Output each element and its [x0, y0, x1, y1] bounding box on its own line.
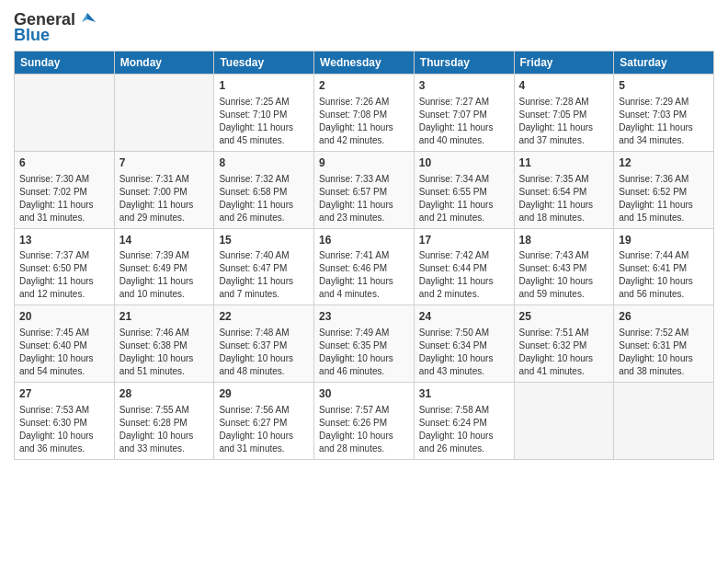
day-number: 16 [319, 233, 409, 248]
day-info: Sunrise: 7:46 AM Sunset: 6:38 PM Dayligh… [119, 327, 210, 378]
day-info: Sunrise: 7:52 AM Sunset: 6:31 PM Dayligh… [619, 327, 709, 378]
day-number: 20 [19, 309, 109, 325]
day-info: Sunrise: 7:26 AM Sunset: 7:08 PM Dayligh… [319, 96, 409, 147]
day-number: 4 [519, 78, 609, 94]
calendar-cell: 30Sunrise: 7:57 AM Sunset: 6:26 PM Dayli… [314, 383, 415, 460]
day-info: Sunrise: 7:39 AM Sunset: 6:49 PM Dayligh… [119, 249, 210, 301]
main-container: General Blue SundayMondayTuesdayWednesda… [0, 0, 728, 469]
calendar-cell: 11Sunrise: 7:35 AM Sunset: 6:54 PM Dayli… [514, 151, 614, 228]
calendar-cell: 23Sunrise: 7:49 AM Sunset: 6:35 PM Dayli… [314, 305, 415, 383]
calendar-cell: 17Sunrise: 7:42 AM Sunset: 6:44 PM Dayli… [414, 228, 514, 305]
day-info: Sunrise: 7:58 AM Sunset: 6:24 PM Dayligh… [419, 404, 509, 455]
weekday-header-monday: Monday [114, 52, 214, 75]
calendar-cell: 13Sunrise: 7:37 AM Sunset: 6:50 PM Dayli… [15, 228, 115, 305]
calendar-cell: 5Sunrise: 7:29 AM Sunset: 7:03 PM Daylig… [614, 75, 714, 152]
day-number: 11 [519, 155, 609, 171]
day-info: Sunrise: 7:36 AM Sunset: 6:52 PM Dayligh… [619, 173, 709, 224]
day-info: Sunrise: 7:40 AM Sunset: 6:47 PM Dayligh… [219, 249, 309, 301]
day-info: Sunrise: 7:48 AM Sunset: 6:37 PM Dayligh… [219, 327, 309, 378]
logo-bird-icon [77, 9, 97, 29]
calendar-cell: 22Sunrise: 7:48 AM Sunset: 6:37 PM Dayli… [214, 305, 314, 383]
calendar-cell: 29Sunrise: 7:56 AM Sunset: 6:27 PM Dayli… [214, 383, 314, 460]
weekday-header-friday: Friday [514, 52, 614, 75]
day-info: Sunrise: 7:30 AM Sunset: 7:02 PM Dayligh… [19, 173, 109, 224]
day-info: Sunrise: 7:27 AM Sunset: 7:07 PM Dayligh… [419, 96, 509, 147]
calendar-cell: 9Sunrise: 7:33 AM Sunset: 6:57 PM Daylig… [314, 151, 415, 228]
svg-marker-1 [82, 13, 87, 22]
day-info: Sunrise: 7:32 AM Sunset: 6:58 PM Dayligh… [219, 173, 309, 224]
calendar-cell: 19Sunrise: 7:44 AM Sunset: 6:41 PM Dayli… [614, 228, 714, 305]
day-info: Sunrise: 7:28 AM Sunset: 7:05 PM Dayligh… [519, 96, 609, 147]
calendar-cell: 14Sunrise: 7:39 AM Sunset: 6:49 PM Dayli… [114, 228, 214, 305]
calendar-cell: 12Sunrise: 7:36 AM Sunset: 6:52 PM Dayli… [614, 151, 714, 228]
day-info: Sunrise: 7:50 AM Sunset: 6:34 PM Dayligh… [419, 327, 509, 378]
logo-blue-text: Blue [14, 26, 50, 45]
day-info: Sunrise: 7:55 AM Sunset: 6:28 PM Dayligh… [119, 404, 210, 455]
calendar-cell: 15Sunrise: 7:40 AM Sunset: 6:47 PM Dayli… [214, 228, 314, 305]
day-number: 24 [419, 309, 509, 325]
day-info: Sunrise: 7:34 AM Sunset: 6:55 PM Dayligh… [419, 173, 509, 224]
day-number: 28 [119, 386, 210, 402]
day-number: 3 [419, 78, 509, 94]
week-row-1: 6Sunrise: 7:30 AM Sunset: 7:02 PM Daylig… [15, 151, 714, 228]
day-info: Sunrise: 7:35 AM Sunset: 6:54 PM Dayligh… [519, 173, 609, 224]
day-info: Sunrise: 7:43 AM Sunset: 6:43 PM Dayligh… [519, 249, 609, 301]
week-row-4: 27Sunrise: 7:53 AM Sunset: 6:30 PM Dayli… [15, 383, 714, 460]
day-info: Sunrise: 7:49 AM Sunset: 6:35 PM Dayligh… [319, 327, 409, 378]
calendar-cell: 20Sunrise: 7:45 AM Sunset: 6:40 PM Dayli… [15, 305, 115, 383]
weekday-header-row: SundayMondayTuesdayWednesdayThursdayFrid… [15, 52, 714, 75]
weekday-header-saturday: Saturday [614, 52, 714, 75]
week-row-0: 1Sunrise: 7:25 AM Sunset: 7:10 PM Daylig… [15, 75, 714, 152]
calendar-cell [15, 75, 115, 152]
day-info: Sunrise: 7:57 AM Sunset: 6:26 PM Dayligh… [319, 404, 409, 455]
calendar-cell: 26Sunrise: 7:52 AM Sunset: 6:31 PM Dayli… [614, 305, 714, 383]
day-number: 12 [619, 155, 709, 171]
calendar-cell: 3Sunrise: 7:27 AM Sunset: 7:07 PM Daylig… [414, 75, 514, 152]
day-number: 6 [19, 155, 109, 171]
day-info: Sunrise: 7:51 AM Sunset: 6:32 PM Dayligh… [519, 327, 609, 378]
day-number: 8 [219, 155, 309, 171]
day-info: Sunrise: 7:41 AM Sunset: 6:46 PM Dayligh… [319, 249, 409, 301]
weekday-header-thursday: Thursday [414, 52, 514, 75]
day-info: Sunrise: 7:33 AM Sunset: 6:57 PM Dayligh… [319, 173, 409, 224]
calendar-cell: 1Sunrise: 7:25 AM Sunset: 7:10 PM Daylig… [214, 75, 314, 152]
header: General Blue [14, 9, 714, 45]
calendar-cell: 28Sunrise: 7:55 AM Sunset: 6:28 PM Dayli… [114, 383, 214, 460]
day-number: 13 [19, 233, 109, 248]
calendar-cell: 4Sunrise: 7:28 AM Sunset: 7:05 PM Daylig… [514, 75, 614, 152]
calendar-cell: 7Sunrise: 7:31 AM Sunset: 7:00 PM Daylig… [114, 151, 214, 228]
day-number: 17 [419, 233, 509, 248]
day-number: 22 [219, 309, 309, 325]
day-number: 2 [319, 78, 409, 94]
day-info: Sunrise: 7:25 AM Sunset: 7:10 PM Dayligh… [219, 96, 309, 147]
calendar-cell [614, 383, 714, 460]
day-info: Sunrise: 7:45 AM Sunset: 6:40 PM Dayligh… [19, 327, 109, 378]
day-number: 21 [119, 309, 210, 325]
calendar-cell: 6Sunrise: 7:30 AM Sunset: 7:02 PM Daylig… [15, 151, 115, 228]
calendar-cell: 2Sunrise: 7:26 AM Sunset: 7:08 PM Daylig… [314, 75, 415, 152]
day-number: 15 [219, 233, 309, 248]
day-number: 29 [219, 386, 309, 402]
logo: General Blue [14, 9, 97, 45]
calendar-cell: 27Sunrise: 7:53 AM Sunset: 6:30 PM Dayli… [15, 383, 115, 460]
day-number: 19 [619, 233, 709, 248]
day-number: 14 [119, 233, 210, 248]
day-number: 5 [619, 78, 709, 94]
day-number: 23 [319, 309, 409, 325]
day-info: Sunrise: 7:56 AM Sunset: 6:27 PM Dayligh… [219, 404, 309, 455]
calendar-cell: 25Sunrise: 7:51 AM Sunset: 6:32 PM Dayli… [514, 305, 614, 383]
week-row-2: 13Sunrise: 7:37 AM Sunset: 6:50 PM Dayli… [15, 228, 714, 305]
calendar-cell [114, 75, 214, 152]
calendar-cell: 21Sunrise: 7:46 AM Sunset: 6:38 PM Dayli… [114, 305, 214, 383]
day-info: Sunrise: 7:42 AM Sunset: 6:44 PM Dayligh… [419, 249, 509, 301]
day-number: 1 [219, 78, 309, 94]
day-number: 27 [19, 386, 109, 402]
weekday-header-wednesday: Wednesday [314, 52, 415, 75]
calendar-cell: 10Sunrise: 7:34 AM Sunset: 6:55 PM Dayli… [414, 151, 514, 228]
day-info: Sunrise: 7:53 AM Sunset: 6:30 PM Dayligh… [19, 404, 109, 455]
weekday-header-sunday: Sunday [15, 52, 115, 75]
calendar-cell: 31Sunrise: 7:58 AM Sunset: 6:24 PM Dayli… [414, 383, 514, 460]
calendar-cell: 18Sunrise: 7:43 AM Sunset: 6:43 PM Dayli… [514, 228, 614, 305]
calendar-cell: 8Sunrise: 7:32 AM Sunset: 6:58 PM Daylig… [214, 151, 314, 228]
day-info: Sunrise: 7:31 AM Sunset: 7:00 PM Dayligh… [119, 173, 210, 224]
